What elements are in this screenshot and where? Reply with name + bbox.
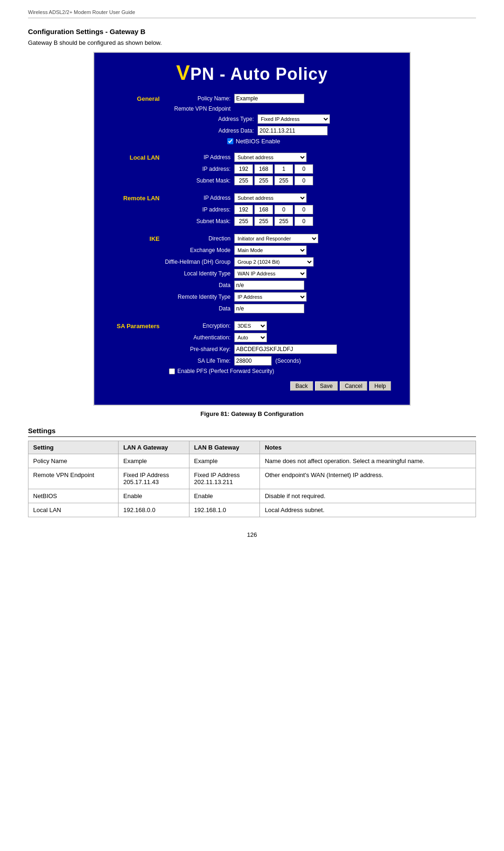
remote-ip-2[interactable]	[254, 205, 273, 214]
authentication-row: Authentication: Auto	[104, 333, 400, 342]
address-data-input[interactable]	[258, 126, 328, 135]
local-subnet-row: Subnet Mask:	[104, 176, 400, 185]
cancel-button[interactable]: Cancel	[340, 381, 367, 391]
remote-ip-4[interactable]	[294, 205, 313, 214]
local-subnet-group	[234, 176, 313, 185]
remote-identity-label: Remote Identity Type	[164, 294, 234, 300]
remote-subnet-row: Subnet Mask:	[104, 217, 400, 226]
vpn-title-rest: PN - Auto Policy	[190, 64, 328, 84]
remote-ip-1[interactable]	[234, 205, 253, 214]
exchange-mode-select[interactable]: Main Mode	[234, 246, 307, 255]
local-identity-select[interactable]: WAN IP Address	[234, 269, 307, 278]
remote-identity-select[interactable]: IP Address	[234, 292, 307, 302]
header-text: Wireless ADSL2/2+ Modem Router User Guid…	[28, 9, 135, 15]
sa-life-label: SA Life Time:	[164, 358, 234, 364]
address-type-label: Address Type:	[164, 116, 258, 122]
direction-select[interactable]: Initiator and Responder	[234, 234, 318, 243]
remote-ip-address-label: IP Address	[164, 195, 234, 201]
settings-table: Setting LAN A Gateway LAN B Gateway Note…	[28, 441, 476, 517]
dh-group-label: Diffie-Hellman (DH) Group	[164, 259, 234, 265]
authentication-select[interactable]: Auto	[234, 333, 267, 342]
remote-lan-label: Remote LAN	[104, 195, 164, 202]
local-data-row: Data	[104, 281, 400, 290]
row3-lan-b: Enable	[189, 489, 260, 503]
remote-subnet-group	[234, 217, 313, 226]
local-ip-type-select[interactable]: Subnet address	[234, 153, 307, 162]
ike-direction-row: IKE Direction Initiator and Responder	[104, 234, 400, 243]
pfs-checkbox[interactable]	[169, 368, 175, 374]
policy-name-input[interactable]	[234, 94, 304, 103]
vpn-title: VPN - Auto Policy	[176, 64, 328, 84]
exchange-mode-row: Exchange Mode Main Mode	[104, 246, 400, 255]
remote-subnet-4[interactable]	[294, 217, 313, 226]
local-subnet-label: Subnet Mask:	[164, 177, 234, 184]
netbios-checkbox[interactable]	[227, 138, 233, 144]
remote-ip-3[interactable]	[274, 205, 293, 214]
settings-title: Settings	[28, 427, 476, 437]
encryption-select[interactable]: 3DES	[234, 321, 267, 331]
local-subnet-3[interactable]	[274, 176, 293, 185]
back-button[interactable]: Back	[290, 381, 313, 391]
row4-lan-a: 192.168.0.0	[119, 503, 189, 517]
help-button[interactable]: Help	[369, 381, 391, 391]
remote-subnet-2[interactable]	[254, 217, 273, 226]
direction-label: Direction	[164, 235, 234, 242]
row4-notes: Local Address subnet.	[260, 503, 476, 517]
local-ip-4[interactable]	[294, 164, 313, 174]
local-data-input[interactable]	[234, 281, 304, 290]
row4-lan-b: 192.168.1.0	[189, 503, 260, 517]
local-identity-label: Local Identity Type	[164, 270, 234, 277]
local-subnet-2[interactable]	[254, 176, 273, 185]
address-data-row: Address Data:	[104, 126, 400, 135]
figure-caption: Figure 81: Gateway B Configuration	[28, 410, 476, 417]
remote-vpn-label: Remote VPN Endpoint	[164, 105, 234, 112]
table-header-row: Setting LAN A Gateway LAN B Gateway Note…	[28, 441, 476, 454]
col-lan-b: LAN B Gateway	[189, 441, 260, 454]
local-lan-label: Local LAN	[104, 154, 164, 161]
local-ip-3[interactable]	[274, 164, 293, 174]
local-lan-ip-type-row: Local LAN IP Address Subnet address	[104, 153, 400, 162]
row2-lan-b-ip: 202.11.13.211	[194, 478, 233, 485]
row2-lan-a-ip: 205.17.11.43	[123, 478, 159, 485]
sa-life-input[interactable]	[234, 356, 272, 366]
general-policy-name-row: General Policy Name:	[104, 94, 400, 103]
sa-life-row: SA Life Time: (Seconds)	[104, 356, 400, 366]
remote-ip-label: IP address:	[164, 206, 234, 213]
preshared-key-row: Pre-shared Key:	[104, 345, 400, 354]
row1-lan-b: Example	[189, 454, 260, 468]
row2-lan-b: Fixed IP Address 202.11.13.211	[189, 468, 260, 489]
sa-life-unit: (Seconds)	[275, 358, 301, 364]
address-type-select[interactable]: Fixed IP Address	[258, 114, 330, 124]
row2-lan-a-type: Fixed IP Address	[123, 471, 169, 478]
remote-identity-row: Remote Identity Type IP Address	[104, 292, 400, 302]
local-ip-2[interactable]	[254, 164, 273, 174]
page-header: Wireless ADSL2/2+ Modem Router User Guid…	[28, 9, 476, 18]
preshared-key-input[interactable]	[234, 345, 337, 354]
address-data-label: Address Data:	[164, 127, 258, 134]
local-subnet-1[interactable]	[234, 176, 253, 185]
v-letter: V	[176, 61, 190, 84]
dh-group-select[interactable]: Group 2 (1024 Bit)	[234, 257, 314, 267]
row2-setting: Remote VPN Endpoint	[28, 468, 119, 489]
remote-subnet-1[interactable]	[234, 217, 253, 226]
local-ip-address-label: IP Address	[164, 154, 234, 161]
local-ip-row: IP address:	[104, 164, 400, 174]
local-identity-row: Local Identity Type WAN IP Address	[104, 269, 400, 278]
remote-subnet-3[interactable]	[274, 217, 293, 226]
remote-data-row: Data	[104, 304, 400, 313]
remote-ip-type-select[interactable]: Subnet address	[234, 193, 307, 203]
table-row: NetBIOS Enable Enable Disable if not req…	[28, 489, 476, 503]
ike-label: IKE	[104, 235, 164, 242]
save-button[interactable]: Save	[315, 381, 338, 391]
remote-data-input[interactable]	[234, 304, 304, 313]
netbios-label: NetBIOS Enable	[236, 138, 280, 145]
row3-lan-a: Enable	[119, 489, 189, 503]
local-subnet-4[interactable]	[294, 176, 313, 185]
local-ip-1[interactable]	[234, 164, 253, 174]
row3-setting: NetBIOS	[28, 489, 119, 503]
table-row: Local LAN 192.168.0.0 192.168.1.0 Local …	[28, 503, 476, 517]
netbios-row: NetBIOS Enable	[104, 138, 400, 145]
row3-notes: Disable if not required.	[260, 489, 476, 503]
local-ip-group	[234, 164, 313, 174]
table-row: Remote VPN Endpoint Fixed IP Address 205…	[28, 468, 476, 489]
